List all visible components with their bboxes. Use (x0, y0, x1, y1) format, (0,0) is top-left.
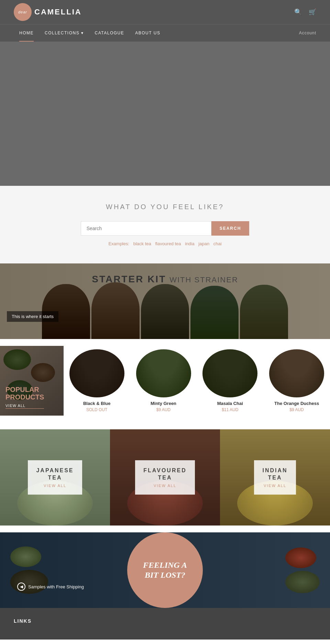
logo-text: CAMELLIA (34, 8, 82, 16)
product-card-1[interactable]: Black & Blue SOLD OUT (64, 346, 130, 416)
search-button[interactable]: SEARCH (211, 221, 250, 236)
flavoured-view-all[interactable]: VIEW ALL (143, 484, 186, 488)
nav-item-home[interactable]: HOME (14, 24, 39, 42)
header-icons: 🔍 🛒 (294, 8, 316, 16)
footer-links-title: LINKS (14, 618, 316, 624)
product-price: SOLD OUT (67, 407, 127, 412)
product-card-2[interactable]: Minty Green $9 AUD (130, 346, 197, 416)
starter-kit-section[interactable]: STARTER KIT WITH STRAINER This is where … (0, 263, 330, 339)
account-link[interactable]: Account (299, 31, 316, 35)
nav-item-about[interactable]: ABOUT US (130, 24, 166, 42)
hero-section (0, 42, 330, 186)
product-name: Masala Chai (200, 401, 260, 406)
lost-text: Feeling aBit Lost? (136, 553, 194, 587)
navigation: HOME COLLECTIONS ▾ CATALOGUE ABOUT US Ac… (0, 24, 330, 42)
samples-label[interactable]: ◀ Samples with Free Shipping (17, 583, 84, 591)
popular-label-text: POPULAR PRODUCTS VIEW ALL (6, 386, 44, 409)
logo-dear: dear (18, 10, 27, 14)
japanese-label: JAPANESETEA VIEW ALL (28, 460, 82, 495)
product-price: $11 AUD (200, 407, 260, 412)
product-image-3 (202, 349, 257, 397)
category-flavoured[interactable]: FLAVOUREDTEA VIEW ALL (110, 429, 220, 526)
category-indian[interactable]: INDIANTEA VIEW ALL (220, 429, 330, 526)
search-section: WHAT DO YOU FEEL LIKE? SEARCH Examples: … (0, 186, 330, 263)
starter-overlay: STARTER KIT WITH STRAINER (0, 263, 330, 339)
product-card-4[interactable]: The Orange Duchess $9 AUD (263, 346, 330, 416)
nav-item-collections[interactable]: COLLECTIONS ▾ (39, 24, 89, 42)
example-flavoured-tea[interactable]: flavoured tea (155, 241, 181, 246)
japanese-view-all[interactable]: VIEW ALL (36, 484, 74, 488)
product-image-1 (69, 349, 124, 397)
popular-label-box[interactable]: POPULAR PRODUCTS VIEW ALL (0, 346, 64, 416)
popular-view-all[interactable]: VIEW ALL (6, 404, 44, 409)
product-image-4 (269, 349, 324, 397)
header: dear CAMELLIA 🔍 🛒 (0, 0, 330, 24)
example-japan[interactable]: japan (198, 241, 209, 246)
product-name: The Orange Duchess (267, 401, 327, 406)
search-input[interactable] (81, 221, 211, 236)
indian-label: INDIANTEA VIEW ALL (254, 460, 296, 495)
arrow-left-icon: ◀ (17, 583, 25, 591)
starter-kit-title: STARTER KIT (92, 274, 166, 285)
example-black-tea[interactable]: black tea (133, 241, 151, 246)
product-price: $9 AUD (134, 407, 194, 412)
logo-area[interactable]: dear CAMELLIA (14, 3, 82, 21)
indian-view-all[interactable]: VIEW ALL (262, 484, 287, 488)
samples-text: Samples with Free Shipping (28, 584, 84, 589)
indian-title: INDIANTEA (262, 467, 287, 482)
search-bar: SEARCH (7, 221, 323, 236)
product-price: $9 AUD (267, 407, 327, 412)
nav-item-catalogue[interactable]: CATALOGUE (89, 24, 130, 42)
search-title: WHAT DO YOU FEEL LIKE? (7, 203, 323, 211)
popular-products-section: POPULAR PRODUCTS VIEW ALL Black & Blue S… (0, 339, 330, 422)
product-name: Minty Green (134, 401, 194, 406)
popular-title: POPULAR PRODUCTS (6, 386, 44, 401)
lost-circle: Feeling aBit Lost? (127, 532, 203, 608)
japanese-title: JAPANESETEA (36, 467, 74, 482)
example-india[interactable]: india (185, 241, 194, 246)
search-examples: Examples: black tea flavoured tea india … (7, 241, 323, 246)
cart-icon[interactable]: 🛒 (309, 8, 316, 16)
example-chai[interactable]: chai (213, 241, 222, 246)
category-section: JAPANESETEA VIEW ALL FLAVOUREDTEA VIEW A… (0, 429, 330, 526)
product-name: Black & Blue (67, 401, 127, 406)
lost-section[interactable]: Feeling aBit Lost? ◀ Samples with Free S… (0, 532, 330, 608)
product-card-3[interactable]: Masala Chai $11 AUD (197, 346, 263, 416)
search-icon[interactable]: 🔍 (294, 8, 302, 16)
product-image-2 (136, 349, 191, 397)
starts-here-label: This is where it starts (7, 311, 58, 322)
nav-left: HOME COLLECTIONS ▾ CATALOGUE ABOUT US (14, 24, 166, 42)
popular-grid: POPULAR PRODUCTS VIEW ALL Black & Blue S… (0, 346, 330, 416)
flavoured-label: FLAVOUREDTEA VIEW ALL (135, 460, 195, 495)
logo-circle: dear (14, 3, 32, 21)
starter-kit-subtitle: WITH STRAINER (169, 275, 238, 284)
category-japanese[interactable]: JAPANESETEA VIEW ALL (0, 429, 110, 526)
footer: LINKS (0, 608, 330, 640)
flavoured-title: FLAVOUREDTEA (143, 467, 186, 482)
